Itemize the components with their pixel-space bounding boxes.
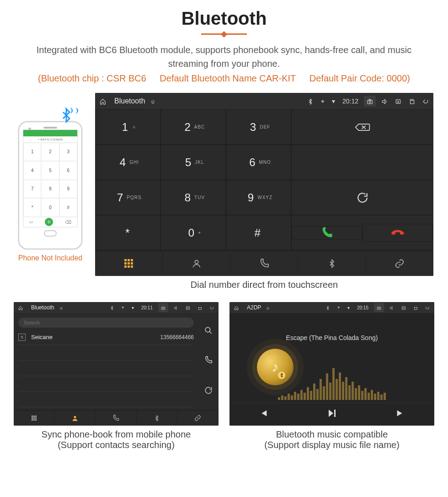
recent-apps-icon[interactable] xyxy=(407,97,417,106)
empty-cell xyxy=(291,145,433,180)
screenshot-icon[interactable] xyxy=(364,96,376,107)
wifi-icon: ▾ xyxy=(130,304,136,311)
title-divider xyxy=(201,33,247,35)
svg-rect-0 xyxy=(368,100,373,104)
screen-title: Bluetooth xyxy=(114,97,145,105)
prev-track-button[interactable] xyxy=(258,408,268,421)
tab-pair[interactable] xyxy=(177,411,219,426)
keypad-key-1[interactable]: 1ఽ xyxy=(95,109,160,145)
close-app-icon[interactable] xyxy=(400,304,408,311)
contacts-caption: Sync phone-book from mobile phone (Suppo… xyxy=(14,429,219,450)
tab-keypad[interactable] xyxy=(95,251,163,276)
phone-key: # xyxy=(59,198,77,217)
keypad-key-5[interactable]: 5JKL xyxy=(160,145,226,180)
bluetooth-icon: ❩❩❩ xyxy=(59,108,74,127)
keypad-key-*[interactable]: *. xyxy=(95,215,160,250)
home-icon[interactable] xyxy=(232,304,240,311)
location-icon: ⌖ xyxy=(319,97,326,106)
phone-icon[interactable] xyxy=(204,356,213,367)
location-icon: ⌖ xyxy=(336,304,342,311)
tab-keypad[interactable] xyxy=(14,411,55,426)
home-icon[interactable] xyxy=(16,304,25,311)
recent-apps-icon[interactable] xyxy=(411,304,420,311)
search-input[interactable] xyxy=(18,318,194,328)
volume-icon[interactable] xyxy=(388,304,396,311)
person-icon xyxy=(192,259,202,269)
end-call-button[interactable] xyxy=(363,224,433,242)
screenshot-icon[interactable] xyxy=(158,303,168,312)
back-icon[interactable] xyxy=(421,97,431,106)
link-icon xyxy=(194,415,201,421)
keypad-icon xyxy=(124,259,133,268)
recent-apps-icon[interactable] xyxy=(196,304,204,311)
bluetooth-status-icon xyxy=(305,97,315,106)
contacts-screen: Bluetooth ⍦ ⌖ ▾ 20:11 SSeicane1356666 xyxy=(14,302,219,426)
keypad-key-4[interactable]: 4GHI xyxy=(95,145,160,180)
bottom-tabs xyxy=(14,410,219,426)
keypad-key-9[interactable]: 9WXYZ xyxy=(226,180,291,215)
keypad-key-0[interactable]: 0+ xyxy=(160,215,226,250)
spec-chip: (Bluetooth chip : CSR BC6 xyxy=(38,73,146,83)
status-bar: A2DP ⍦ ⌖ ▾ 20:15 xyxy=(229,302,434,313)
close-app-icon[interactable] xyxy=(393,97,403,106)
screenshot-icon[interactable] xyxy=(374,303,384,312)
keypad-key-3[interactable]: 3DEF xyxy=(226,109,291,145)
spec-name: Default Bluetooth Name CAR-KIT xyxy=(160,73,296,83)
svg-rect-11 xyxy=(377,307,381,309)
usb-icon: ⍦ xyxy=(58,304,64,311)
keypad-key-7[interactable]: 7PQRS xyxy=(95,180,160,215)
sync-icon[interactable] xyxy=(204,386,213,397)
keypad-key-2[interactable]: 2ABC xyxy=(160,109,226,145)
keypad-key-6[interactable]: 6MNO xyxy=(226,145,291,180)
svg-rect-3 xyxy=(411,101,414,104)
tab-calls[interactable] xyxy=(230,251,298,276)
phone-voicemail-icon: ▭ xyxy=(29,220,33,224)
close-app-icon[interactable] xyxy=(184,304,192,311)
search-icon[interactable] xyxy=(204,326,213,337)
next-track-button[interactable] xyxy=(395,408,405,421)
spec-line: (Bluetooth chip : CSR BC6 Default Blueto… xyxy=(0,73,448,84)
back-icon[interactable] xyxy=(208,304,216,311)
signal-waves-icon: ❩❩❩ xyxy=(63,107,80,114)
bluetooth-status-icon xyxy=(108,304,116,311)
clock-time: 20:12 xyxy=(341,97,360,106)
tab-bluetooth[interactable] xyxy=(137,411,178,426)
svg-rect-8 xyxy=(199,307,202,309)
tab-calls[interactable] xyxy=(96,411,137,426)
volume-icon[interactable] xyxy=(379,97,389,106)
contact-row-empty xyxy=(18,392,194,407)
back-icon[interactable] xyxy=(423,304,432,311)
svg-point-10 xyxy=(74,416,76,418)
page-title: Bluetooth xyxy=(0,8,448,29)
spec-code: Default Pair Code: 0000) xyxy=(309,73,410,83)
backspace-button[interactable] xyxy=(291,109,433,145)
bluetooth-icon xyxy=(154,415,160,421)
contact-row-empty xyxy=(18,345,194,361)
tab-bluetooth[interactable] xyxy=(298,251,366,276)
keypad-key-8[interactable]: 8TUV xyxy=(160,180,226,215)
wifi-icon: ▾ xyxy=(330,97,337,106)
link-icon xyxy=(395,259,405,269)
svg-point-4 xyxy=(195,260,198,263)
tab-contacts[interactable] xyxy=(55,411,96,426)
redial-button[interactable] xyxy=(291,180,433,215)
volume-icon[interactable] xyxy=(172,304,180,311)
tab-pair[interactable] xyxy=(366,251,433,276)
status-bar: Bluetooth ⍦ ⌖ ▾ 20:11 xyxy=(14,302,219,313)
tab-contacts[interactable] xyxy=(163,251,230,276)
home-icon[interactable] xyxy=(98,97,108,106)
person-icon xyxy=(71,415,79,422)
svg-point-12 xyxy=(379,308,380,309)
screen-title: Bluetooth xyxy=(31,304,54,311)
keypad-key-#[interactable]: #. xyxy=(226,215,291,250)
phone-key: 7 xyxy=(23,180,41,199)
bluetooth-status-icon xyxy=(324,304,332,311)
intro-text: Integrated with BC6 Bluetooth module, su… xyxy=(0,43,448,70)
phone-icon xyxy=(112,415,119,421)
play-pause-button[interactable] xyxy=(326,408,337,421)
call-button[interactable] xyxy=(292,226,362,240)
music-screen: A2DP ⍦ ⌖ ▾ 20:15 Escape (The Pina Colada… xyxy=(229,302,434,426)
phone-mock: ❩❩❩ + Add to Contacts 123456789*0# ▭ ✆ ⌫… xyxy=(14,121,87,262)
contact-row[interactable]: SSeicane13566664466 xyxy=(18,330,194,345)
phone-key: * xyxy=(23,198,41,217)
